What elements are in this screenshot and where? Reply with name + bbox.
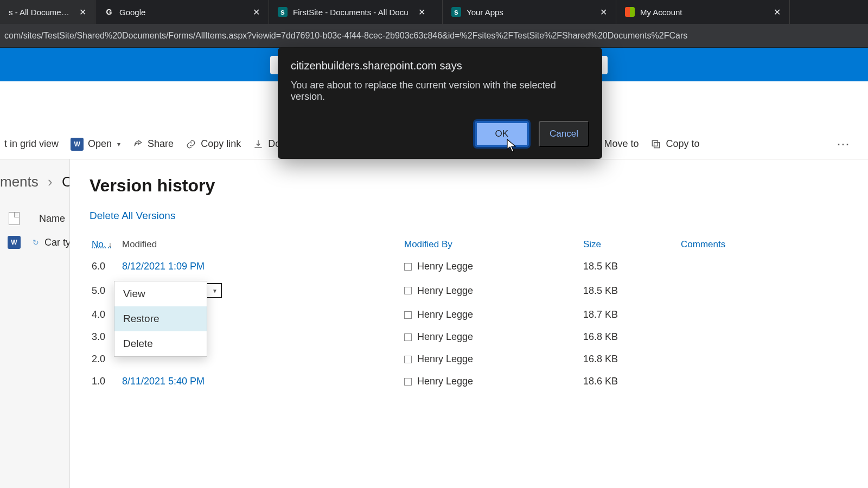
user-presence-icon	[404, 311, 412, 319]
file-icon	[9, 212, 20, 225]
panel-title: Version history	[90, 176, 848, 196]
close-icon[interactable]: ✕	[600, 7, 607, 17]
user-presence-icon	[404, 378, 412, 386]
sharepoint-icon: s	[278, 7, 288, 17]
share-button[interactable]: Share	[132, 138, 174, 150]
copy-link-button[interactable]: Copy link	[186, 138, 241, 150]
version-date[interactable]: 8/12/2021 1:09 PM	[122, 261, 205, 272]
browser-tab[interactable]: s FirstSite - Documents - All Docu ✕	[269, 0, 443, 24]
chevron-down-icon: ▾	[117, 140, 120, 148]
ctx-delete[interactable]: Delete	[114, 331, 207, 356]
download-icon	[253, 139, 264, 150]
version-user[interactable]: Henry Legge	[417, 376, 473, 387]
close-icon[interactable]: ✕	[79, 7, 86, 17]
word-file-icon: W	[8, 236, 21, 249]
version-user[interactable]: Henry Legge	[417, 309, 473, 320]
chevron-right-icon: ›	[48, 174, 53, 190]
close-icon[interactable]: ✕	[418, 7, 425, 17]
copy-icon	[650, 139, 661, 150]
version-no: 6.0	[90, 255, 120, 278]
tab-label: Your Apps	[467, 8, 503, 17]
version-user[interactable]: Henry Legge	[417, 331, 473, 343]
tab-label: Google	[119, 8, 145, 17]
browser-tab[interactable]: G Google ✕	[95, 0, 269, 24]
edit-grid-view-button[interactable]: t in grid view	[4, 138, 59, 150]
more-actions-button[interactable]: ⋯	[837, 137, 851, 152]
version-user[interactable]: Henry Legge	[417, 285, 473, 297]
address-bar[interactable]: com/sites/TestSite/Shared%20Documents/Fo…	[0, 24, 868, 48]
page-body: ments › Ca Name W ↻ Car typ Version hist…	[0, 159, 868, 488]
tab-label: My Account	[640, 8, 682, 17]
confirm-dialog: citizenbuilders.sharepoint.com says You …	[278, 48, 602, 159]
col-size[interactable]: Size	[581, 235, 679, 255]
dialog-message: You are about to replace the current ver…	[291, 80, 589, 102]
user-presence-icon	[404, 287, 412, 294]
copy-to-button[interactable]: Copy to	[650, 138, 699, 150]
share-icon	[132, 139, 143, 150]
browser-tab[interactable]: My Account ✕	[616, 0, 790, 24]
browser-tab[interactable]: s Your Apps ✕	[443, 0, 616, 24]
col-modified-by[interactable]: Modified By	[402, 235, 581, 255]
close-icon[interactable]: ✕	[774, 7, 781, 17]
svg-rect-1	[654, 142, 660, 147]
tab-label: s - All Documents	[9, 8, 69, 17]
link-icon	[186, 139, 196, 150]
version-row[interactable]: 6.08/12/2021 1:09 PMHenry Legge18.5 KB	[90, 255, 848, 278]
tab-label: FirstSite - Documents - All Docu	[293, 8, 409, 17]
url-text: com/sites/TestSite/Shared%20Documents/Fo…	[4, 31, 687, 41]
version-size: 18.5 KB	[581, 278, 679, 304]
cancel-button[interactable]: Cancel	[539, 121, 589, 147]
user-presence-icon	[404, 356, 412, 363]
column-name[interactable]: Name	[39, 213, 65, 224]
version-size: 18.7 KB	[581, 304, 679, 326]
dialog-origin: citizenbuilders.sharepoint.com says	[291, 60, 589, 72]
sharepoint-icon: s	[451, 7, 461, 17]
word-icon: W	[71, 138, 84, 151]
version-row[interactable]: 1.08/11/2021 5:40 PMHenry Legge18.6 KB	[90, 370, 848, 393]
refresh-icon: ↻	[33, 238, 39, 247]
col-comments[interactable]: Comments	[679, 235, 848, 255]
version-size: 16.8 KB	[581, 348, 679, 370]
ctx-restore[interactable]: Restore	[114, 306, 207, 331]
version-size: 18.5 KB	[581, 255, 679, 278]
user-presence-icon	[404, 263, 412, 271]
google-icon: G	[104, 7, 114, 17]
col-modified[interactable]: Modified	[120, 235, 402, 255]
version-size: 18.6 KB	[581, 370, 679, 393]
svg-rect-2	[653, 140, 658, 146]
version-no: 1.0	[90, 370, 120, 393]
col-no[interactable]: No.↓	[90, 235, 120, 255]
open-button[interactable]: W Open▾	[71, 138, 120, 151]
ctx-view[interactable]: View	[114, 281, 207, 306]
sort-desc-icon: ↓	[108, 240, 112, 249]
browser-tab[interactable]: s - All Documents ✕	[0, 0, 95, 24]
browser-tab-bar: s - All Documents ✕ G Google ✕ s FirstSi…	[0, 0, 868, 24]
version-context-menu: View Restore Delete	[114, 281, 207, 357]
user-presence-icon	[404, 333, 412, 341]
breadcrumb-item[interactable]: ments	[0, 174, 39, 190]
delete-all-versions-link[interactable]: Delete All Versions	[90, 210, 175, 222]
ok-button[interactable]: OK	[475, 121, 529, 147]
version-size: 16.8 KB	[581, 326, 679, 348]
close-icon[interactable]: ✕	[253, 7, 260, 17]
microsoft-icon	[625, 7, 635, 17]
version-user[interactable]: Henry Legge	[417, 261, 473, 272]
version-user[interactable]: Henry Legge	[417, 354, 473, 365]
version-date[interactable]: 8/11/2021 5:40 PM	[122, 376, 205, 387]
